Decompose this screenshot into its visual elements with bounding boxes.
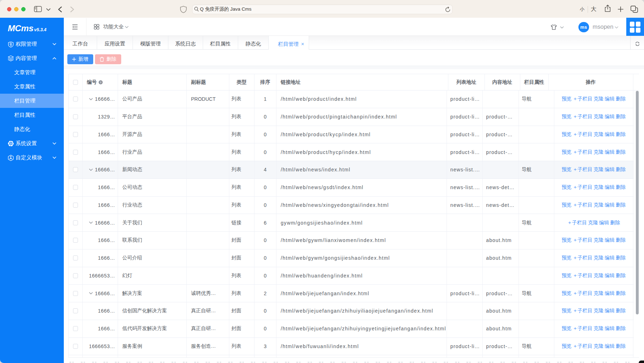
svg-text:?: ? [100,81,102,84]
